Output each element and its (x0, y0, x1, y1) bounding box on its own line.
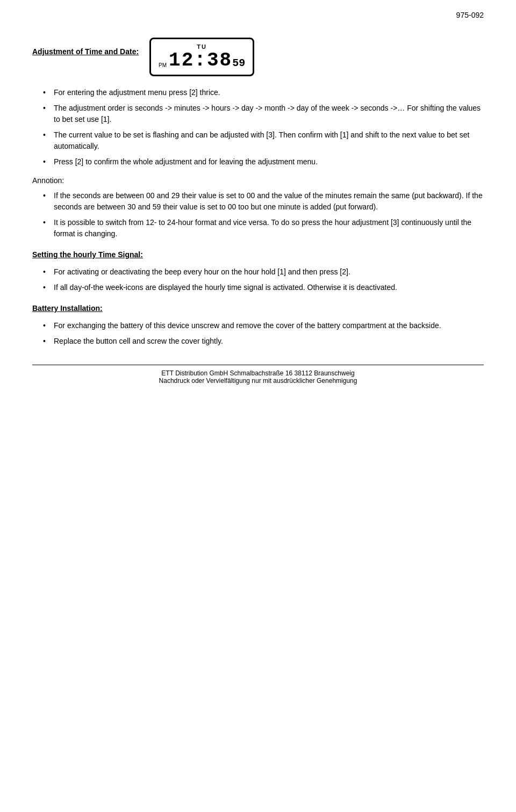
adjustment-title: Adjustment of Time and Date: (32, 47, 139, 56)
adjustment-bullet-list: For entering the adjustment menu press [… (32, 87, 484, 168)
annotion-section: Annotion: If the seconds are between 00 … (32, 176, 484, 240)
list-item: If the seconds are between 00 and 29 the… (43, 190, 484, 213)
clock-time: 12:38 (169, 51, 232, 70)
battery-bullet-list: For exchanging the battery of this devic… (32, 320, 484, 347)
list-item: Press [2] to confirm the whole adjustmen… (43, 156, 484, 168)
clock-time-row: PM 12:38 59 (159, 51, 245, 70)
annotion-bullet-list: If the seconds are between 00 and 29 the… (32, 190, 484, 240)
list-item: For entering the adjustment menu press [… (43, 87, 484, 98)
annotion-label: Annotion: (32, 176, 484, 185)
list-item: It is possible to switch from 12- to 24-… (43, 217, 484, 240)
hourly-signal-title: Setting the hourly Time Signal: (32, 250, 484, 259)
page-number: 975-092 (456, 11, 484, 19)
header-section: Adjustment of Time and Date: TU PM 12:38… (32, 38, 484, 76)
list-item: For exchanging the battery of this devic… (43, 320, 484, 331)
page-footer: ETT Distribution GmbH Schmalbachstraße 1… (32, 365, 484, 385)
clock-display: TU PM 12:38 59 (149, 38, 254, 76)
footer-line1: ETT Distribution GmbH Schmalbachstraße 1… (32, 369, 484, 377)
hourly-signal-bullet-list: For activating or deactivating the beep … (32, 266, 484, 293)
clock-seconds: 59 (232, 57, 245, 69)
list-item: Replace the button cell and screw the co… (43, 336, 484, 347)
page-container: 975-092 Adjustment of Time and Date: TU … (0, 0, 516, 401)
battery-section: Battery Installation: For exchanging the… (32, 304, 484, 347)
list-item: If all day-of-the week-icons are display… (43, 282, 484, 293)
battery-title: Battery Installation: (32, 304, 484, 313)
list-item: The adjustment order is seconds -> minut… (43, 103, 484, 125)
hourly-signal-section: Setting the hourly Time Signal: For acti… (32, 250, 484, 293)
footer-line2: Nachdruck oder Vervielfältigung nur mit … (32, 377, 484, 385)
list-item: The current value to be set is flashing … (43, 129, 484, 152)
list-item: For activating or deactivating the beep … (43, 266, 484, 278)
clock-ampm: PM (159, 62, 167, 68)
